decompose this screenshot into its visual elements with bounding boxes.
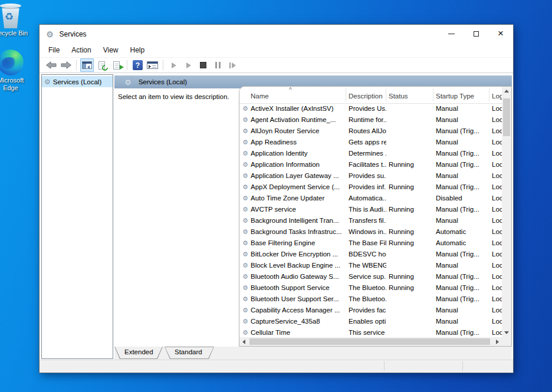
edge-label: Microsoft Edge [0, 77, 29, 92]
table-row[interactable]: ⚙ Bluetooth Support Service The Bluetoo.… [239, 283, 502, 294]
table-row[interactable]: ⚙ Capability Access Manager ... Provides… [239, 305, 502, 317]
show-hide-action-pane-button[interactable] [146, 58, 159, 72]
scroll-down-button[interactable] [502, 328, 511, 337]
maximize-icon [474, 31, 479, 37]
service-name: Application Layer Gateway ... [251, 172, 345, 179]
column-divider [386, 88, 386, 101]
table-row[interactable]: ⚙ Agent Activation Runtime_... Runtime f… [239, 115, 502, 126]
column-divider [489, 88, 489, 101]
help-button[interactable]: ? [131, 58, 144, 72]
help-icon: ? [133, 60, 143, 70]
edge-shortcut[interactable]: Microsoft Edge [0, 50, 29, 92]
recycle-bin-shortcut[interactable]: ♻ Recycle Bin [0, 2, 29, 37]
tree-item-services-local[interactable]: ⚙ Services (Local) [42, 76, 113, 87]
menu-help[interactable]: Help [124, 44, 151, 56]
column-header-name[interactable]: Name [251, 93, 269, 100]
service-description: This service ... [349, 329, 386, 336]
service-status: Running [389, 206, 433, 213]
forward-button[interactable] [59, 58, 73, 72]
service-gear-icon: ⚙ [242, 172, 248, 180]
service-log-on-as: Loca [492, 251, 502, 258]
service-startup-type: Automatic [436, 228, 490, 235]
table-row[interactable]: ⚙ CaptureService_435a8 Enables opti... M… [239, 317, 502, 328]
service-name: Cellular Time [251, 329, 345, 336]
service-description: The Bluetoo... [349, 284, 386, 291]
table-row[interactable]: ⚙ Application Information Facilitates t.… [239, 160, 502, 171]
service-log-on-as: Loca [492, 195, 502, 202]
show-hide-console-tree-button[interactable] [80, 58, 94, 72]
service-gear-icon: ⚙ [242, 183, 248, 191]
service-log-on-as: Loca [492, 127, 502, 134]
table-row[interactable]: ⚙ Block Level Backup Engine ... The WBEN… [239, 261, 502, 272]
service-description: Provides su... [349, 172, 386, 179]
services-app-icon: ⚙ [46, 29, 54, 39]
pause-service-button[interactable] [211, 58, 225, 72]
service-description: The WBENG... [349, 262, 386, 269]
table-row[interactable]: ⚙ AVCTP service This is Audi... Running … [239, 205, 502, 216]
scroll-up-button[interactable] [502, 87, 511, 95]
table-row[interactable]: ⚙ Background Intelligent Tran... Transfe… [239, 216, 502, 227]
refresh-button[interactable] [95, 58, 109, 72]
start-service-button[interactable] [167, 58, 180, 72]
pause-service-icon [215, 62, 221, 68]
column-divider [346, 88, 346, 101]
service-startup-type: Manual [436, 262, 490, 269]
back-arrow-icon [46, 61, 57, 69]
table-row[interactable]: ⚙ Application Layer Gateway ... Provides… [239, 171, 502, 182]
table-row[interactable]: ⚙ Auto Time Zone Updater Automatica... D… [239, 193, 502, 205]
export-list-button[interactable] [110, 58, 123, 72]
header-gear-icon: ⚙ [124, 78, 132, 87]
menu-action[interactable]: Action [65, 44, 97, 56]
restart-service-button[interactable] [226, 58, 239, 72]
tab-extended[interactable]: Extended [114, 347, 163, 359]
table-row[interactable]: ⚙ Cellular Time This service ... Manual … [239, 328, 502, 337]
scroll-left-button[interactable] [239, 337, 248, 346]
table-row[interactable]: ⚙ Background Tasks Infrastruc... Windows… [239, 227, 502, 238]
table-row[interactable]: ⚙ ActiveX Installer (AxInstSV) Provides … [239, 104, 502, 115]
column-header-startup-type[interactable]: Startup Type [436, 93, 474, 100]
close-icon: × [498, 28, 504, 38]
horizontal-scroll-thumb[interactable] [249, 338, 490, 345]
stop-service-button[interactable] [196, 58, 210, 72]
resume-service-button[interactable] [182, 58, 195, 72]
minimize-button[interactable] [439, 25, 464, 43]
service-name: Auto Time Zone Updater [251, 195, 345, 202]
table-row[interactable]: ⚙ AppX Deployment Service (... Provides … [239, 182, 502, 193]
service-description: Routes AllJo... [349, 127, 386, 134]
tree-item-label: Services (Local) [53, 78, 101, 85]
table-row[interactable]: ⚙ Bluetooth Audio Gateway S... Service s… [239, 272, 502, 283]
service-gear-icon: ⚙ [242, 262, 248, 269]
column-header-description[interactable]: Description [349, 93, 383, 100]
column-header-status[interactable]: Status [389, 93, 408, 100]
vertical-scrollbar[interactable] [502, 87, 511, 337]
service-log-on-as: Loca [492, 329, 502, 336]
scroll-left-icon [242, 340, 245, 344]
back-button[interactable] [44, 58, 58, 72]
services-list: ^ Name Description Status Startup Type L… [239, 86, 512, 347]
table-row[interactable]: ⚙ Application Identity Determines ... Ma… [239, 149, 502, 160]
service-gear-icon: ⚙ [242, 116, 248, 124]
table-row[interactable]: ⚙ Base Filtering Engine The Base Fil... … [239, 238, 502, 249]
menu-view[interactable]: View [97, 44, 124, 56]
service-description: Runtime for... [349, 116, 386, 123]
menu-file[interactable]: File [42, 44, 65, 56]
service-name: ActiveX Installer (AxInstSV) [251, 105, 345, 112]
table-row[interactable]: ⚙ AllJoyn Router Service Routes AllJo...… [239, 126, 502, 137]
service-status: Running [389, 161, 433, 168]
vertical-scroll-thumb[interactable] [503, 98, 510, 136]
service-log-on-as: Loca [492, 172, 502, 179]
service-log-on-as: Loca [492, 273, 502, 280]
service-gear-icon: ⚙ [242, 295, 248, 303]
horizontal-scrollbar[interactable] [239, 337, 502, 346]
maximize-button[interactable] [464, 25, 488, 43]
table-row[interactable]: ⚙ Bluetooth User Support Ser... The Blue… [239, 294, 502, 305]
close-button[interactable]: × [488, 25, 513, 43]
table-row[interactable]: ⚙ BitLocker Drive Encryption ... BDESVC … [239, 249, 502, 261]
tab-standard[interactable]: Standard [165, 347, 214, 359]
scroll-right-button[interactable] [493, 337, 502, 346]
service-name: Block Level Backup Engine ... [251, 262, 345, 269]
table-row[interactable]: ⚙ App Readiness Gets apps re... Manual L… [239, 137, 502, 149]
service-gear-icon: ⚙ [242, 217, 248, 225]
service-name: AVCTP service [251, 206, 345, 213]
service-startup-type: Automatic [436, 239, 490, 246]
